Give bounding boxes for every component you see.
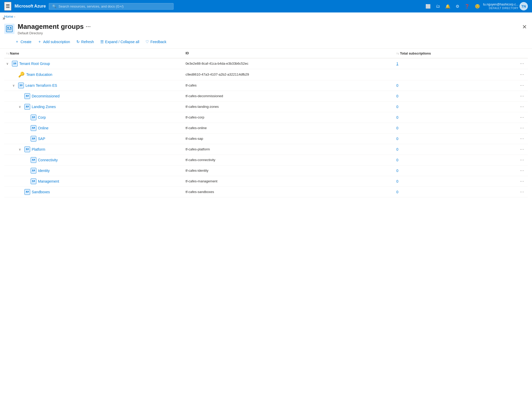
cell-subscriptions: 0 [394, 123, 515, 133]
row-name-link[interactable]: Corp [38, 115, 46, 119]
col-name-header[interactable]: ↑↓ Name [4, 49, 183, 58]
more-actions-button[interactable]: ··· [518, 61, 526, 66]
col-id-header: ID [183, 49, 394, 58]
nav-icons: ⬜ 🗂 🔔 ⚙ ❓ 😊 tu.nguyen@hashicorp.c... DEF… [423, 2, 528, 10]
cell-subscriptions: 1 [394, 58, 515, 69]
key-icon: 🔑 [18, 71, 25, 78]
management-group-icon [24, 189, 30, 195]
subscription-count[interactable]: 1 [396, 62, 398, 66]
svg-point-1 [8, 27, 9, 29]
more-actions-button[interactable]: ··· [518, 125, 526, 131]
row-name-container: SAP [6, 136, 181, 142]
more-actions-button[interactable]: ··· [518, 104, 526, 110]
search-icon: 🔍 [52, 4, 56, 8]
row-name-link[interactable]: Tenant Root Group [19, 62, 50, 66]
row-name-container: Identity [6, 168, 181, 174]
row-name-link[interactable]: SAP [38, 137, 45, 141]
cell-subscriptions: 0 [394, 133, 515, 144]
expand-collapse-button[interactable]: ☰ Expand / Collapse all [98, 38, 142, 46]
row-name-container: Online [6, 125, 181, 131]
add-subscription-label: Add subscription [43, 40, 70, 44]
directory-icon[interactable]: 🗂 [434, 2, 442, 10]
page-title: Management groups ··· [18, 23, 91, 31]
cell-subscriptions: 0 [394, 101, 515, 112]
management-group-icon [12, 61, 18, 66]
subscription-count: 0 [396, 158, 398, 162]
cell-id: tf-cafes-management [183, 176, 394, 187]
row-name-container: ∨Platform [6, 147, 181, 152]
row-name-link[interactable]: Connectivity [38, 158, 58, 162]
page-subtitle: Default Directory [18, 31, 91, 35]
expand-chevron[interactable]: ∨ [6, 62, 10, 65]
add-subscription-button[interactable]: ＋ Add subscription [35, 38, 73, 46]
brand-name: Microsoft Azure [15, 4, 46, 9]
cell-actions: ··· [515, 80, 528, 91]
create-button[interactable]: ＋ Create [12, 38, 34, 46]
hamburger-menu[interactable]: ☰ [4, 2, 11, 11]
expand-chevron[interactable]: ∨ [12, 84, 17, 87]
cloud-shell-icon[interactable]: ⬜ [423, 2, 433, 10]
more-actions-button[interactable]: ··· [518, 147, 526, 152]
row-name-link[interactable]: Landing Zones [32, 105, 56, 109]
svg-point-18 [28, 148, 29, 149]
breadcrumb-separator: › [14, 15, 15, 18]
more-actions-button[interactable]: ··· [518, 115, 526, 120]
feedback-icon: ♡ [145, 39, 149, 44]
cell-actions: ··· [515, 123, 528, 133]
svg-point-14 [34, 127, 35, 128]
row-name-link[interactable]: Learn Terraform ES [25, 83, 57, 88]
expand-chevron[interactable]: ∨ [19, 148, 23, 151]
row-name-link[interactable]: Team Education [26, 72, 52, 77]
table-row: Identitytf-cafes-identity0··· [4, 165, 528, 176]
more-actions-button[interactable]: ··· [518, 168, 526, 174]
page-title-menu[interactable]: ··· [86, 24, 91, 30]
more-actions-button[interactable]: ··· [518, 157, 526, 163]
more-actions-button[interactable]: ··· [518, 72, 526, 77]
page-title-block: Management groups ··· Default Directory [18, 23, 91, 35]
cell-subscriptions [394, 69, 515, 80]
more-actions-button[interactable]: ··· [518, 178, 526, 184]
refresh-button[interactable]: ↻ Refresh [74, 38, 97, 46]
col-subscriptions-header[interactable]: ↑↓ Total subscriptions [394, 49, 515, 58]
table-row: ∨Tenant Root Group0e3e2e88-8caf-41ca-b4d… [4, 58, 528, 69]
more-actions-button[interactable]: ··· [518, 93, 526, 99]
search-placeholder: Search resources, services, and docs (G+… [58, 4, 123, 8]
cell-id: tf-cafes-landing-zones [183, 101, 394, 112]
name-sort-icon: ↑↓ [6, 52, 9, 55]
svg-point-19 [32, 159, 33, 160]
cell-actions: ··· [515, 144, 528, 155]
expand-chevron[interactable]: ∨ [19, 105, 23, 109]
svg-point-7 [26, 95, 27, 96]
notifications-icon[interactable]: 🔔 [443, 2, 453, 10]
row-name-link[interactable]: Identity [38, 169, 50, 173]
feedback-icon[interactable]: 😊 [473, 2, 482, 10]
svg-point-8 [28, 95, 29, 96]
more-actions-button[interactable]: ··· [518, 83, 526, 88]
table-container: ↑↓ Name ID ↑↓ Total subscriptions ∨Tenan… [0, 49, 532, 197]
cell-name: Identity [4, 165, 183, 176]
row-name-link[interactable]: Management [38, 179, 59, 183]
row-name-link[interactable]: Decommissioned [32, 94, 59, 98]
subscriptions-sort[interactable]: ↑↓ Total subscriptions [396, 51, 431, 55]
settings-icon[interactable]: ⚙ [454, 2, 461, 10]
sidebar-toggle[interactable]: » [0, 12, 8, 24]
cell-actions: ··· [515, 91, 528, 101]
help-icon[interactable]: ❓ [462, 2, 472, 10]
row-name-link[interactable]: Sandboxes [32, 190, 50, 194]
svg-point-10 [28, 106, 29, 107]
svg-point-13 [32, 127, 33, 128]
more-actions-button[interactable]: ··· [518, 136, 526, 142]
name-sort[interactable]: ↑↓ Name [6, 51, 19, 55]
row-name-link[interactable]: Platform [32, 147, 45, 151]
more-actions-button[interactable]: ··· [518, 189, 526, 195]
search-box[interactable]: 🔍 Search resources, services, and docs (… [49, 3, 174, 10]
subscription-count: 0 [396, 94, 398, 98]
col-actions-header [515, 49, 528, 58]
row-name-link[interactable]: Online [38, 126, 48, 130]
close-button[interactable]: ✕ [521, 23, 528, 31]
feedback-button[interactable]: ♡ Feedback [143, 38, 169, 46]
table-row: SAPtf-cafes-sap0··· [4, 133, 528, 144]
management-group-icon [31, 168, 36, 174]
user-avatar[interactable]: TN [520, 2, 528, 10]
table-row: ∨Platformtf-cafes-platform0··· [4, 144, 528, 155]
